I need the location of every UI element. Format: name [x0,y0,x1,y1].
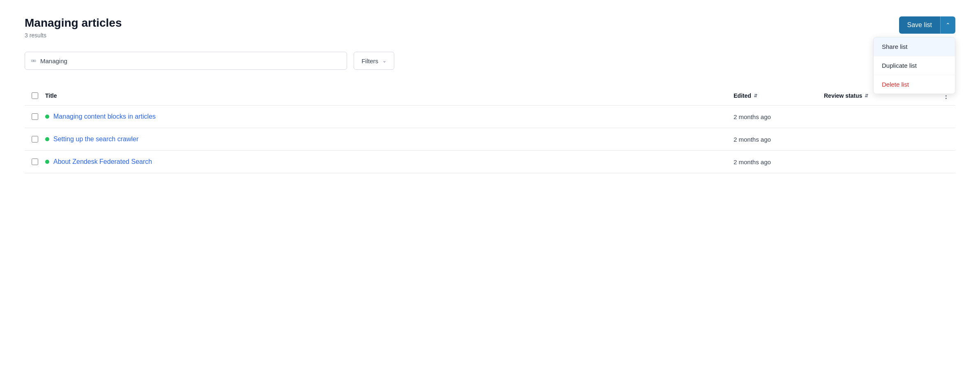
article-link-2[interactable]: Setting up the search crawler [53,136,138,143]
search-icon: ⚮ [31,57,36,65]
col-header-edited: Edited ⇵ [734,92,824,99]
row-3-checkbox[interactable] [32,159,38,165]
row-3-edited-cell: 2 months ago [734,159,824,165]
select-all-checkbox[interactable] [32,92,38,99]
col-header-title: Title [45,92,734,99]
table-header: Title Edited ⇵ Review status ⇵ ⋮ [25,86,955,106]
article-link-3[interactable]: About Zendesk Federated Search [53,158,152,165]
row-2-title-cell: Setting up the search crawler [45,136,734,143]
page-title: Managing articles [25,16,122,30]
dropdown-menu: Share list Duplicate list Delete list [873,37,955,94]
articles-table: Title Edited ⇵ Review status ⇵ ⋮ Managin… [25,86,955,173]
row-1-checkbox[interactable] [32,113,38,120]
status-dot-published [45,115,49,119]
search-filter-row: ⚮ Filters ⌄ [25,52,394,70]
row-2-checkbox[interactable] [32,136,38,142]
status-dot-published [45,160,49,164]
duplicate-list-item[interactable]: Duplicate list [874,56,955,75]
header-right: Save list ⌃ Share list Duplicate list De… [899,16,955,34]
save-list-chevron-button[interactable]: ⌃ [940,16,955,34]
row-3-title-cell: About Zendesk Federated Search [45,158,734,165]
save-list-button[interactable]: Save list [899,16,940,34]
row-1-edited-cell: 2 months ago [734,113,824,120]
table-row: About Zendesk Federated Search 2 months … [25,151,955,173]
search-wrapper: ⚮ [25,52,347,70]
title-column-label: Title [45,92,734,99]
header-checkbox-cell [25,92,45,99]
filters-button[interactable]: Filters ⌄ [354,52,394,70]
delete-list-item[interactable]: Delete list [874,75,955,94]
search-input[interactable] [40,57,341,64]
page-header: Managing articles 3 results Save list ⌃ … [25,16,955,39]
row-checkbox-cell-2 [25,136,45,142]
row-2-edited-cell: 2 months ago [734,136,824,143]
edited-sort-icon[interactable]: ⇵ [754,94,757,98]
share-list-item[interactable]: Share list [874,37,955,56]
review-sort-icon[interactable]: ⇵ [865,94,868,98]
row-checkbox-cell-1 [25,113,45,120]
chevron-down-icon: ⌄ [382,58,386,64]
edited-column-label: Edited ⇵ [734,92,824,99]
row-1-title-cell: Managing content blocks in articles [45,113,734,120]
header-left: Managing articles 3 results [25,16,122,39]
status-dot-published [45,137,49,141]
save-list-button-group: Save list ⌃ [899,16,955,34]
chevron-up-icon: ⌃ [945,22,950,28]
table-row: Managing content blocks in articles 2 mo… [25,106,955,128]
article-link-1[interactable]: Managing content blocks in articles [53,113,156,120]
table-row: Setting up the search crawler 2 months a… [25,128,955,151]
results-count: 3 results [25,32,122,39]
filters-label: Filters [361,57,378,64]
row-checkbox-cell-3 [25,159,45,165]
